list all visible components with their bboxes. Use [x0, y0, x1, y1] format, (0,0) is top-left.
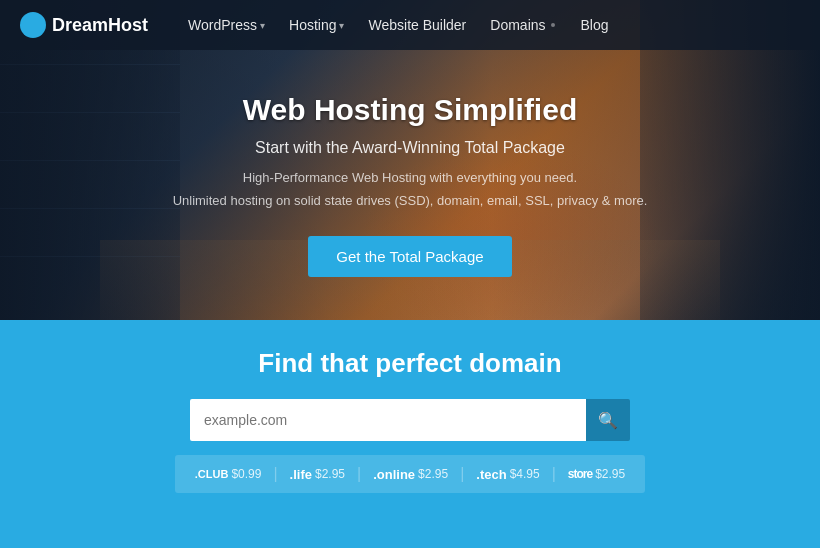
logo[interactable]: DreamHost [20, 12, 148, 38]
hero-subtitle: Start with the Award-Winning Total Packa… [173, 139, 648, 157]
domain-tlds-row: .CLUB $0.99 | .life $2.95 | .online $2.9… [175, 455, 645, 493]
hero-content: Web Hosting Simplified Start with the Aw… [173, 43, 648, 276]
domain-section: Find that perfect domain 🔍 .CLUB $0.99 |… [0, 320, 820, 548]
dot-separator [551, 23, 555, 27]
chevron-down-icon: ▾ [260, 20, 265, 31]
tld-price-life: $2.95 [315, 467, 345, 481]
tld-store[interactable]: store $2.95 [568, 465, 625, 483]
domain-section-title: Find that perfect domain [258, 348, 561, 379]
nav-item-blog[interactable]: Blog [571, 11, 619, 39]
domain-search-button[interactable]: 🔍 [586, 399, 630, 441]
nav-items: WordPress ▾ Hosting ▾ Website Builder Do… [178, 11, 619, 39]
dreamhost-logo-icon [20, 12, 46, 38]
domain-search-input[interactable] [190, 399, 586, 441]
tld-separator: | [552, 465, 556, 483]
tld-separator: | [357, 465, 361, 483]
hero-title: Web Hosting Simplified [173, 93, 648, 127]
tld-price-club: $0.99 [231, 467, 261, 481]
nav-item-wordpress[interactable]: WordPress ▾ [178, 11, 275, 39]
tld-price-tech: $4.95 [510, 467, 540, 481]
tld-name-club: .CLUB [195, 468, 229, 480]
tld-life[interactable]: .life $2.95 [290, 465, 345, 483]
tld-name-online: .online [373, 467, 415, 482]
nav-item-hosting[interactable]: Hosting ▾ [279, 11, 354, 39]
navbar: DreamHost WordPress ▾ Hosting ▾ Website … [0, 0, 820, 50]
tld-name-store: store [568, 467, 592, 481]
tld-tech[interactable]: .tech $4.95 [476, 465, 539, 483]
nav-item-domains[interactable]: Domains [480, 11, 566, 39]
tld-separator: | [273, 465, 277, 483]
cta-button[interactable]: Get the Total Package [308, 236, 511, 277]
tld-price-store: $2.95 [595, 467, 625, 481]
tld-separator: | [460, 465, 464, 483]
nav-item-website-builder[interactable]: Website Builder [358, 11, 476, 39]
tld-online[interactable]: .online $2.95 [373, 465, 448, 483]
brand-name: DreamHost [52, 15, 148, 36]
hero-desc: High-Performance Web Hosting with everyt… [173, 167, 648, 211]
tld-price-online: $2.95 [418, 467, 448, 481]
search-icon: 🔍 [598, 411, 618, 430]
svg-point-0 [20, 12, 46, 38]
tld-name-tech: .tech [476, 467, 506, 482]
domain-search-row: 🔍 [190, 399, 630, 441]
chevron-down-icon: ▾ [339, 20, 344, 31]
tld-name-life: .life [290, 467, 312, 482]
tld-club[interactable]: .CLUB $0.99 [195, 465, 262, 483]
